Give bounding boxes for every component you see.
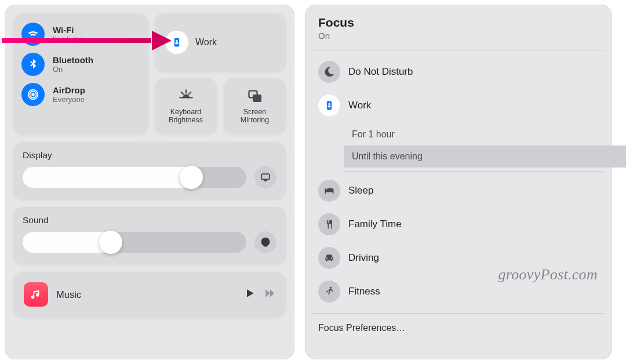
sound-label: Sound <box>23 215 276 225</box>
focus-duration-evening[interactable]: Until this evening <box>344 145 626 168</box>
svg-line-7 <box>181 92 183 94</box>
keyboard-brightness-button[interactable]: KeyboardBrightness <box>155 78 217 134</box>
focus-preferences-link[interactable]: Focus Preferences… <box>305 316 612 333</box>
focus-mode-label: Driving <box>348 252 379 264</box>
badge-icon <box>165 31 188 54</box>
svg-point-28 <box>330 287 332 289</box>
focus-tile[interactable]: Work <box>155 13 286 71</box>
display-label: Display <box>23 150 276 161</box>
bluetooth-toggle[interactable]: Bluetooth On <box>21 49 140 79</box>
airdrop-status: Everyone <box>53 95 85 104</box>
music-app-icon <box>24 282 48 307</box>
divider <box>344 171 603 172</box>
focus-mode-label: Family Time <box>348 219 402 230</box>
svg-point-4 <box>176 40 177 42</box>
wifi-toggle[interactable]: Wi-Fi lion-luma <box>21 19 140 49</box>
focus-duration-sublist: For 1 hour Until this evening <box>345 123 603 173</box>
wifi-icon <box>21 23 45 46</box>
screen-mirroring-label: ScreenMirroring <box>241 108 269 125</box>
svg-line-8 <box>188 92 191 94</box>
focus-duration-hour[interactable]: For 1 hour <box>345 123 603 145</box>
sound-slider[interactable] <box>23 232 246 253</box>
screen-mirroring-icon <box>247 88 263 104</box>
svg-rect-22 <box>264 180 267 181</box>
focus-mode-family[interactable]: Family Time <box>314 209 603 240</box>
focus-mode-driving[interactable]: Driving <box>314 242 603 274</box>
bed-icon <box>318 180 340 202</box>
car-icon <box>318 247 340 269</box>
divider <box>312 50 605 50</box>
divider <box>312 313 605 314</box>
connectivity-group: Wi-Fi lion-luma Bluetooth On <box>13 13 148 134</box>
badge-icon <box>318 94 340 117</box>
focus-mode-label: Do Not Disturb <box>348 66 413 78</box>
focus-mode-label: Work <box>348 100 371 111</box>
bluetooth-label: Bluetooth <box>53 55 93 65</box>
svg-rect-21 <box>261 174 269 179</box>
wifi-status: lion-luma <box>53 35 83 43</box>
svg-rect-11 <box>253 94 261 101</box>
focus-mode-label: Fitness <box>348 286 380 297</box>
next-button[interactable] <box>264 287 275 301</box>
airdrop-label: AirDrop <box>53 85 85 95</box>
bluetooth-status: On <box>53 65 93 74</box>
svg-point-0 <box>31 93 35 96</box>
focus-title: Focus <box>318 16 599 30</box>
music-card: Music <box>13 272 286 317</box>
display-settings-button[interactable] <box>254 166 276 188</box>
airdrop-icon <box>21 83 45 106</box>
focus-state: On <box>318 31 599 41</box>
svg-rect-27 <box>328 105 331 107</box>
svg-point-26 <box>328 103 330 105</box>
focus-mode-sleep[interactable]: Sleep <box>314 175 603 206</box>
focus-mode-label: Sleep <box>348 185 373 196</box>
keyboard-brightness-icon <box>178 88 194 104</box>
focus-popover: Focus On Do Not Disturb Work For 1 hour … <box>305 5 612 359</box>
airdrop-toggle[interactable]: AirDrop Everyone <box>21 79 140 110</box>
control-center-panel: Wi-Fi lion-luma Bluetooth On <box>5 5 294 359</box>
keyboard-brightness-label: KeyboardBrightness <box>169 108 203 125</box>
focus-mode-fitness[interactable]: Fitness <box>314 276 603 307</box>
screen-mirroring-button[interactable]: ScreenMirroring <box>224 78 286 134</box>
play-button[interactable] <box>244 287 256 301</box>
bluetooth-icon <box>21 53 45 76</box>
display-card: Display <box>13 142 286 199</box>
svg-point-24 <box>264 240 268 244</box>
svg-rect-5 <box>176 42 179 44</box>
running-icon <box>318 281 340 303</box>
focus-mode-work[interactable]: Work <box>314 90 603 121</box>
focus-tile-label: Work <box>195 37 217 48</box>
fork-knife-icon <box>318 213 340 235</box>
sound-card: Sound <box>13 207 286 264</box>
display-slider[interactable] <box>23 167 246 188</box>
airplay-audio-button[interactable] <box>254 231 276 253</box>
music-label: Music <box>56 289 236 300</box>
wifi-label: Wi-Fi <box>53 25 83 35</box>
moon-icon <box>318 61 340 83</box>
focus-mode-dnd[interactable]: Do Not Disturb <box>314 56 603 88</box>
